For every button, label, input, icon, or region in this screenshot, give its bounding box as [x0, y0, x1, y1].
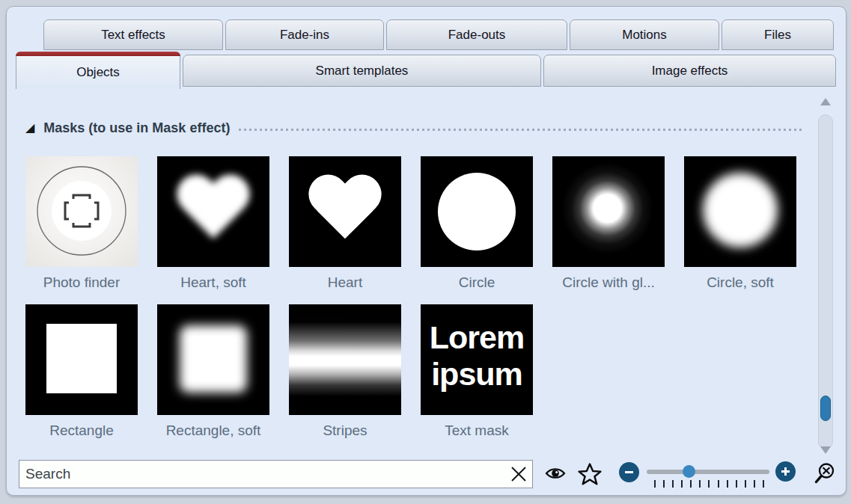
circle-shape	[703, 173, 778, 248]
scrollbar-thumb[interactable]	[820, 396, 831, 421]
scroll-down-arrow-icon[interactable]	[820, 446, 831, 454]
mask-thumbnail	[157, 304, 269, 415]
tab-files[interactable]: Files	[722, 19, 834, 50]
tick-mark	[672, 480, 674, 488]
circle-shape	[438, 173, 516, 251]
mask-item-circle-glow[interactable]: Circle with gl...	[552, 156, 665, 292]
tick-mark	[763, 480, 764, 488]
clear-search-button[interactable]	[508, 464, 529, 485]
mask-item-heart[interactable]: Heart	[289, 156, 401, 292]
zoom-out-button[interactable]	[619, 462, 639, 482]
tick-mark	[727, 480, 728, 488]
mask-item-rect-soft[interactable]: Rectangle, soft	[157, 304, 269, 440]
minus-icon	[623, 467, 635, 478]
tick-mark	[708, 480, 710, 488]
mask-thumbnail	[289, 156, 401, 267]
x-cross-icon	[509, 464, 528, 484]
tick-mark	[690, 480, 692, 488]
section-header-masks[interactable]: ◢ Masks (to use in Mask effect)	[25, 117, 804, 138]
mask-label: Heart	[289, 273, 401, 292]
mask-thumbnail: Loremipsum	[421, 304, 533, 415]
tab-fade-ins[interactable]: Fade-ins	[225, 19, 384, 50]
tab-label: Text effects	[101, 28, 165, 43]
heart-shape	[306, 176, 384, 246]
eye-icon	[545, 465, 566, 482]
rectangle-shape	[180, 325, 247, 393]
tab-row-top: Text effects Fade-ins Fade-outs Motions …	[43, 19, 834, 50]
tick-mark	[681, 480, 683, 488]
mask-item-circle-soft[interactable]: Circle, soft	[684, 156, 796, 292]
search-field-wrap	[19, 460, 533, 488]
tick-mark	[718, 480, 719, 488]
tab-motions[interactable]: Motions	[570, 19, 719, 50]
mask-thumbnail	[25, 156, 138, 267]
mask-label: Rectangle, soft	[157, 421, 269, 440]
mask-thumbnail	[157, 156, 269, 267]
zoom-slider-thumb[interactable]	[683, 465, 695, 478]
tab-label: Image effects	[652, 64, 728, 79]
tick-mark	[663, 480, 665, 488]
tab-image-effects[interactable]: Image effects	[543, 55, 836, 87]
star-icon	[578, 462, 602, 486]
mask-label: Stripes	[289, 421, 401, 440]
mask-item-circle[interactable]: Circle	[421, 156, 533, 292]
rectangle-shape	[46, 324, 117, 393]
tab-label: Smart templates	[316, 64, 409, 79]
tick-mark	[745, 480, 746, 488]
mask-label: Circle with gl...	[552, 273, 665, 292]
tab-label: Fade-ins	[280, 28, 329, 43]
mask-label: Heart, soft	[157, 273, 269, 292]
mask-grid: Photo finder Heart, soft	[25, 156, 804, 440]
zoom-reset-button[interactable]	[813, 461, 837, 485]
zoom-slider-ticks	[654, 480, 764, 488]
tab-text-effects[interactable]: Text effects	[43, 19, 223, 50]
mask-label: Circle, soft	[684, 273, 796, 292]
tab-label: Fade-outs	[448, 28, 506, 43]
plus-icon	[780, 466, 791, 477]
mask-item-photo-finder[interactable]: Photo finder	[25, 156, 138, 292]
visibility-button[interactable]	[545, 465, 566, 482]
favorites-button[interactable]	[578, 462, 602, 486]
photo-finder-icon	[25, 156, 138, 267]
tab-row-bottom: Objects Smart templates Image effects	[16, 55, 836, 87]
tab-label: Motions	[622, 28, 667, 43]
mask-label: Text mask	[421, 421, 533, 440]
heart-shape	[174, 176, 252, 246]
zoom-slider-track[interactable]	[647, 470, 769, 474]
mask-thumbnail	[25, 304, 138, 415]
scroll-up-arrow-icon[interactable]	[820, 98, 831, 105]
section-title: Masks (to use in Mask effect)	[43, 120, 230, 136]
mask-item-rect[interactable]: Rectangle	[25, 304, 138, 440]
mask-item-heart-soft[interactable]: Heart, soft	[157, 156, 269, 292]
mask-thumbnail	[421, 156, 533, 267]
mask-label: Rectangle	[25, 421, 138, 440]
mask-label: Photo finder	[25, 273, 138, 292]
mask-thumbnail	[552, 156, 665, 267]
tab-smart-templates[interactable]: Smart templates	[183, 55, 541, 87]
mask-item-text-mask[interactable]: Loremipsum Text mask	[421, 304, 533, 440]
mask-item-stripes[interactable]: Stripes	[289, 304, 401, 440]
collapse-triangle-icon: ◢	[25, 122, 34, 134]
tick-mark	[736, 480, 737, 488]
tab-label: Files	[764, 28, 791, 43]
tab-label: Objects	[76, 65, 120, 80]
tab-fade-outs[interactable]: Fade-outs	[386, 19, 567, 50]
zoom-in-button[interactable]	[775, 461, 796, 482]
search-input[interactable]	[19, 460, 533, 488]
tick-mark	[754, 480, 755, 488]
magnifier-x-icon	[813, 461, 837, 485]
mask-label: Circle	[421, 273, 533, 292]
tab-objects[interactable]: Objects	[16, 52, 180, 89]
tick-mark	[654, 480, 656, 488]
mask-thumbnail	[684, 156, 796, 267]
mask-thumbnail	[289, 304, 401, 415]
mask-text: Loremipsum	[421, 319, 533, 393]
effects-panel: Text effects Fade-ins Fade-outs Motions …	[6, 6, 847, 496]
dotted-rule	[239, 129, 804, 131]
tick-mark	[699, 480, 701, 488]
